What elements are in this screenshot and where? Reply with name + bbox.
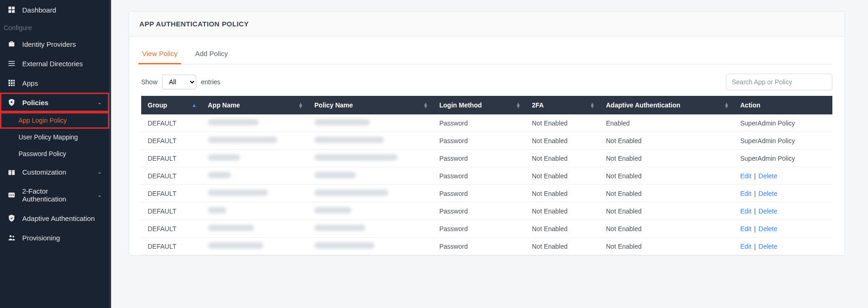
- redacted-text: [314, 154, 398, 161]
- svg-rect-4: [8, 61, 15, 62]
- cell-app-name: [201, 220, 308, 238]
- policy-table: Group ▲ App Name ▲▼ Policy Name ▲▼ Log: [141, 96, 832, 255]
- col-app-name[interactable]: App Name ▲▼: [201, 96, 308, 114]
- cell-2fa: Not Enabled: [525, 114, 599, 132]
- cell-action: Edit | Delete: [734, 238, 832, 255]
- delete-link[interactable]: Delete: [759, 243, 777, 250]
- sort-icon: ▲▼: [724, 102, 729, 108]
- cell-group: DEFAULT: [141, 202, 201, 220]
- delete-link[interactable]: Delete: [759, 225, 777, 233]
- col-adaptive[interactable]: Adaptive Authentication ▲▼: [599, 96, 734, 114]
- table-row: DEFAULTPasswordNot EnabledNot EnabledSup…: [141, 150, 832, 167]
- sidebar-item-provisioning[interactable]: Provisioning: [0, 228, 109, 247]
- svg-rect-8: [11, 80, 13, 82]
- sidebar-item-label: External Directories: [22, 60, 83, 68]
- cell-2fa: Not Enabled: [525, 220, 599, 238]
- cell-app-name: [201, 202, 308, 220]
- sidebar-sub-app-login-policy[interactable]: App Login Policy: [0, 112, 109, 129]
- cell-action: Edit | Delete: [734, 202, 832, 220]
- svg-rect-5: [8, 63, 15, 64]
- redacted-text: [208, 189, 268, 196]
- svg-rect-14: [11, 85, 13, 86]
- sort-icon: ▲▼: [423, 102, 428, 108]
- cell-login-method: Password: [433, 238, 525, 255]
- cell-2fa: Not Enabled: [525, 150, 599, 167]
- edit-link[interactable]: Edit: [740, 225, 751, 233]
- cell-login-method: Password: [433, 150, 525, 167]
- svg-rect-0: [8, 6, 11, 9]
- cell-group: DEFAULT: [141, 238, 201, 255]
- cell-policy-name: [308, 185, 433, 202]
- sidebar-item-identity-providers[interactable]: Identity Providers: [0, 34, 109, 54]
- sidebar-item-dashboard[interactable]: Dashboard: [0, 0, 109, 19]
- redacted-text: [314, 242, 375, 249]
- sidebar-item-label: Adaptive Authentication: [22, 214, 95, 222]
- cell-action: Edit | Delete: [734, 167, 832, 185]
- cell-group: DEFAULT: [141, 167, 201, 185]
- cell-login-method: Password: [433, 185, 525, 202]
- users-icon: [7, 233, 16, 242]
- cell-policy-name: [308, 114, 433, 132]
- sort-icon: ▲: [192, 104, 197, 107]
- table-row: DEFAULTPasswordNot EnabledNot EnabledEdi…: [141, 238, 832, 255]
- svg-rect-12: [13, 82, 15, 84]
- cell-group: DEFAULT: [141, 185, 201, 202]
- delete-link[interactable]: Delete: [759, 190, 777, 197]
- redacted-text: [314, 137, 384, 143]
- sidebar-item-customization[interactable]: Customization ⌄: [0, 162, 109, 182]
- svg-rect-13: [8, 85, 10, 86]
- svg-rect-15: [13, 85, 15, 86]
- delete-link[interactable]: Delete: [759, 172, 777, 180]
- col-2fa[interactable]: 2FA ▲▼: [525, 96, 599, 114]
- redacted-text: [208, 137, 277, 143]
- edit-link[interactable]: Edit: [740, 190, 751, 197]
- gift-icon: [7, 168, 16, 176]
- col-login-method[interactable]: Login Method ▲▼: [433, 96, 525, 114]
- page-title: APP AUTHENTICATION POLICY: [129, 12, 844, 37]
- col-group[interactable]: Group ▲: [141, 96, 201, 114]
- cell-login-method: Password: [433, 202, 525, 220]
- cell-adaptive: Not Enabled: [599, 132, 734, 150]
- redacted-text: [208, 225, 254, 231]
- edit-link[interactable]: Edit: [740, 207, 751, 215]
- sidebar-item-2fa[interactable]: 123 2-Factor Authentication ⌄: [0, 182, 109, 208]
- delete-link[interactable]: Delete: [759, 207, 777, 215]
- cell-action: SuperAdmin Policy: [734, 114, 832, 132]
- cell-group: DEFAULT: [141, 132, 201, 150]
- edit-link[interactable]: Edit: [740, 243, 751, 250]
- separator: |: [752, 225, 757, 233]
- table-row: DEFAULTPasswordNot EnabledNot EnabledEdi…: [141, 220, 832, 238]
- tab-add-policy[interactable]: Add Policy: [194, 45, 229, 64]
- cell-group: DEFAULT: [141, 220, 201, 238]
- edit-link[interactable]: Edit: [740, 172, 751, 180]
- sidebar-item-policies[interactable]: Policies ⌄: [0, 93, 109, 112]
- svg-rect-7: [8, 80, 10, 82]
- svg-text:123: 123: [9, 194, 14, 196]
- svg-rect-3: [12, 10, 15, 13]
- separator: |: [752, 207, 757, 215]
- table-row: DEFAULTPasswordNot EnabledEnabledSuperAd…: [141, 114, 832, 132]
- svg-point-16: [11, 101, 12, 103]
- col-policy-name[interactable]: Policy Name ▲▼: [308, 96, 433, 114]
- cell-action: Edit | Delete: [734, 185, 832, 202]
- sidebar-item-external-directories[interactable]: External Directories: [0, 54, 109, 73]
- cell-adaptive: Not Enabled: [599, 185, 734, 202]
- briefcase-icon: [7, 40, 16, 48]
- cell-2fa: Not Enabled: [525, 238, 599, 255]
- cell-policy-name: [308, 150, 433, 167]
- sidebar-item-adaptive-auth[interactable]: Adaptive Authentication: [0, 208, 109, 228]
- svg-rect-1: [12, 6, 15, 9]
- search-input[interactable]: [726, 74, 832, 90]
- entries-select[interactable]: All: [162, 75, 196, 89]
- redacted-text: [208, 154, 240, 161]
- tab-view-policy[interactable]: View Policy: [141, 45, 178, 64]
- cell-adaptive: Not Enabled: [599, 238, 734, 255]
- sidebar-sub-password-policy[interactable]: Password Policy: [0, 145, 109, 162]
- cell-action: SuperAdmin Policy: [734, 132, 832, 150]
- sidebar-item-apps[interactable]: Apps: [0, 73, 109, 93]
- shield-icon: [7, 98, 16, 107]
- sidebar-sub-user-policy-mapping[interactable]: User Policy Mapping: [0, 129, 109, 145]
- svg-rect-2: [8, 10, 11, 13]
- sort-icon: ▲▼: [590, 102, 595, 108]
- tab-label: View Policy: [142, 50, 177, 57]
